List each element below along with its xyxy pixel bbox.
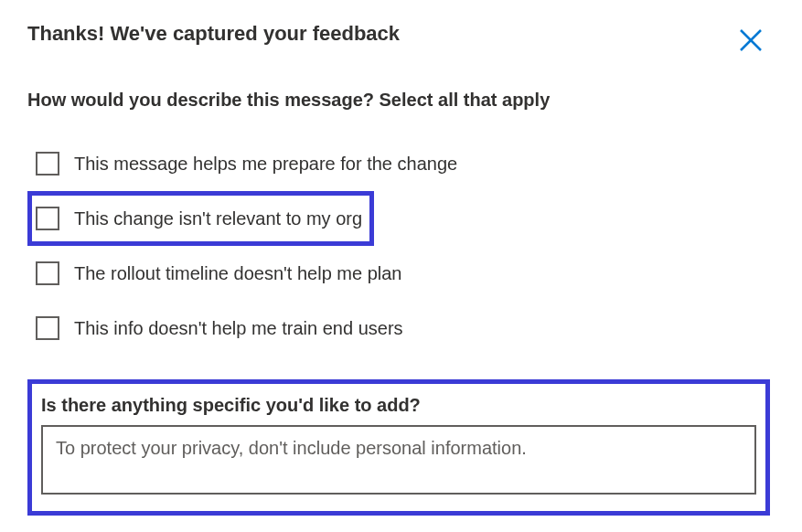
option-row: This message helps me prepare for the ch… — [27, 136, 469, 191]
checkbox-rollout-timeline[interactable] — [36, 261, 59, 285]
close-button[interactable] — [734, 24, 767, 57]
option-row: This change isn't relevant to my org — [27, 191, 374, 246]
option-row: The rollout timeline doesn't help me pla… — [27, 246, 413, 301]
header-row: Thanks! We've captured your feedback — [27, 22, 775, 46]
form-title: Thanks! We've captured your feedback — [27, 22, 400, 46]
option-label[interactable]: The rollout timeline doesn't help me pla… — [74, 263, 401, 284]
feedback-form: Thanks! We've captured your feedback How… — [0, 0, 802, 532]
checkbox-prepare-change[interactable] — [36, 152, 59, 176]
close-icon — [738, 27, 764, 53]
feedback-textarea[interactable] — [41, 425, 756, 495]
checkbox-not-relevant[interactable] — [36, 207, 59, 230]
checkbox-train-users[interactable] — [36, 316, 59, 340]
option-label[interactable]: This change isn't relevant to my org — [74, 208, 362, 229]
freeform-question: Is there anything specific you'd like to… — [41, 395, 756, 416]
option-label[interactable]: This message helps me prepare for the ch… — [74, 154, 457, 175]
form-question: How would you describe this message? Sel… — [27, 90, 775, 111]
option-row: This info doesn't help me train end user… — [27, 301, 415, 356]
freeform-section: Is there anything specific you'd like to… — [27, 379, 770, 516]
option-label[interactable]: This info doesn't help me train end user… — [74, 318, 403, 339]
options-group: This message helps me prepare for the ch… — [27, 136, 775, 356]
